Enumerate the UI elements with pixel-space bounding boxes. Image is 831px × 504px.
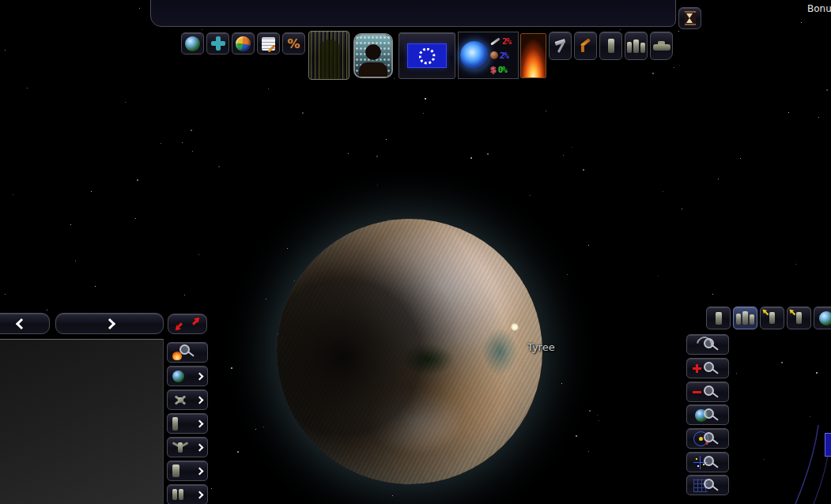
- ship-icon: [716, 312, 722, 325]
- next-button[interactable]: [55, 313, 164, 334]
- magnifier-icon: [704, 432, 714, 442]
- prev-button[interactable]: [0, 313, 50, 334]
- mining-button[interactable]: [574, 32, 597, 60]
- magnifier-icon: [704, 479, 714, 489]
- planet-item-button[interactable]: [167, 366, 208, 386]
- status-rows: 2% 2% $ 0%: [490, 35, 516, 77]
- status-value-red: 2%: [502, 36, 511, 47]
- ship-icon: [769, 312, 775, 324]
- crew-portrait-button[interactable]: [353, 33, 393, 78]
- view-combat-button[interactable]: [167, 342, 208, 363]
- zoom-system-button[interactable]: [686, 428, 729, 449]
- planet-label: Tyree: [527, 341, 555, 353]
- ship-tall-button[interactable]: [167, 413, 208, 434]
- red-arrow-sw-icon: [172, 321, 185, 333]
- planet-icon: [172, 370, 184, 382]
- money-icon: $: [490, 65, 497, 75]
- red-arrow-ne-icon: [190, 314, 202, 327]
- planet-tyree[interactable]: [277, 219, 542, 484]
- ship-heavy-button[interactable]: [167, 461, 208, 481]
- mech-group-button[interactable]: [167, 484, 208, 504]
- odds-button[interactable]: %: [282, 32, 305, 55]
- chain-ring-emblem: [419, 47, 436, 64]
- ship-winged-button[interactable]: [167, 437, 208, 457]
- orbit-lines: [720, 425, 831, 504]
- magnifier-icon: [704, 386, 714, 396]
- transfer-button[interactable]: [168, 314, 207, 334]
- energy-flare-icon: [521, 34, 546, 77]
- crane-icon: [579, 39, 593, 53]
- ship-single-button[interactable]: [706, 307, 731, 329]
- human-portrait-icon: [355, 35, 391, 77]
- chevron-right-icon: [196, 372, 204, 380]
- chevron-right-icon: [196, 396, 204, 404]
- movement-button[interactable]: [206, 32, 229, 55]
- empire-flag-button[interactable]: [399, 32, 455, 79]
- empire-status-panel[interactable]: 2% 2% $ 0%: [458, 32, 519, 79]
- ship-spider-button[interactable]: [167, 389, 208, 410]
- statistics-button[interactable]: [232, 32, 255, 55]
- end-turn-button[interactable]: [678, 7, 701, 29]
- status-row: 2%: [490, 35, 516, 48]
- magnifier-icon: [704, 338, 714, 348]
- hammer-icon: [553, 39, 568, 53]
- glowing-orb-icon: [460, 41, 489, 70]
- status-value-blue: 2%: [500, 51, 508, 61]
- detail-panel: [0, 339, 164, 504]
- minimap-marker[interactable]: [825, 433, 831, 457]
- status-value-green: 0%: [498, 65, 507, 75]
- energy-button[interactable]: [520, 33, 546, 78]
- chevron-right-icon: [104, 318, 115, 329]
- minus-icon: [693, 391, 701, 393]
- chevron-right-icon: [196, 443, 204, 451]
- zoom-in-button[interactable]: [686, 358, 729, 378]
- log-button[interactable]: [257, 32, 280, 55]
- chevron-right-icon: [196, 419, 204, 427]
- hourglass-icon: [685, 11, 696, 25]
- magnifier-icon: [704, 456, 714, 466]
- ship-transfer-a-button[interactable]: [760, 307, 784, 329]
- spider-ship-icon: [172, 393, 188, 406]
- pie-chart-icon: [236, 36, 251, 51]
- fleet-group-button[interactable]: [733, 307, 757, 329]
- ship-icon: [796, 312, 802, 324]
- planet-view-button[interactable]: [181, 32, 204, 55]
- notepad-icon: [262, 37, 275, 51]
- magnifier-fire-icon: [172, 344, 191, 360]
- percent-icon: %: [287, 36, 300, 51]
- empire-flag-icon: [407, 43, 447, 68]
- plus-icon: [693, 364, 701, 373]
- chevron-right-icon: [196, 467, 204, 475]
- vehicles-button[interactable]: [650, 32, 673, 60]
- tool-icon: [490, 37, 500, 45]
- zoom-sector-button[interactable]: [686, 452, 729, 472]
- status-row: $ 0%: [490, 63, 516, 77]
- ship-transfer-b-button[interactable]: [787, 307, 811, 329]
- tank-icon: [653, 41, 670, 51]
- game-screen: Bonu % 2% 2% $ 0%: [0, 0, 831, 504]
- magnifier-icon: [704, 408, 714, 419]
- alien-portrait-icon: [309, 32, 349, 79]
- zoom-out-button[interactable]: [686, 382, 729, 402]
- ore-sphere-icon: [490, 51, 498, 59]
- statue-ship-icon: [172, 417, 178, 431]
- population-button[interactable]: [625, 32, 648, 60]
- planet-surface-spot: [511, 323, 519, 331]
- zoom-reset-button[interactable]: [686, 334, 729, 355]
- planet-icon: [185, 36, 200, 51]
- mech-group-icon: [172, 489, 183, 500]
- construction-button[interactable]: [549, 32, 572, 60]
- troop-button[interactable]: [599, 32, 622, 60]
- zoom-grid-button[interactable]: [686, 475, 729, 495]
- planet-edge-button[interactable]: [814, 307, 831, 329]
- chevron-right-icon: [196, 491, 204, 498]
- fleet-icon: [736, 311, 754, 325]
- race-portrait-button[interactable]: [308, 31, 349, 80]
- message-bar[interactable]: [150, 0, 676, 27]
- planet-icon: [819, 311, 831, 325]
- statue-icon: [608, 39, 614, 53]
- chevron-left-icon: [15, 318, 26, 329]
- winged-ship-icon: [172, 441, 188, 453]
- status-row: 2%: [490, 49, 516, 62]
- zoom-planet-button[interactable]: [686, 404, 729, 425]
